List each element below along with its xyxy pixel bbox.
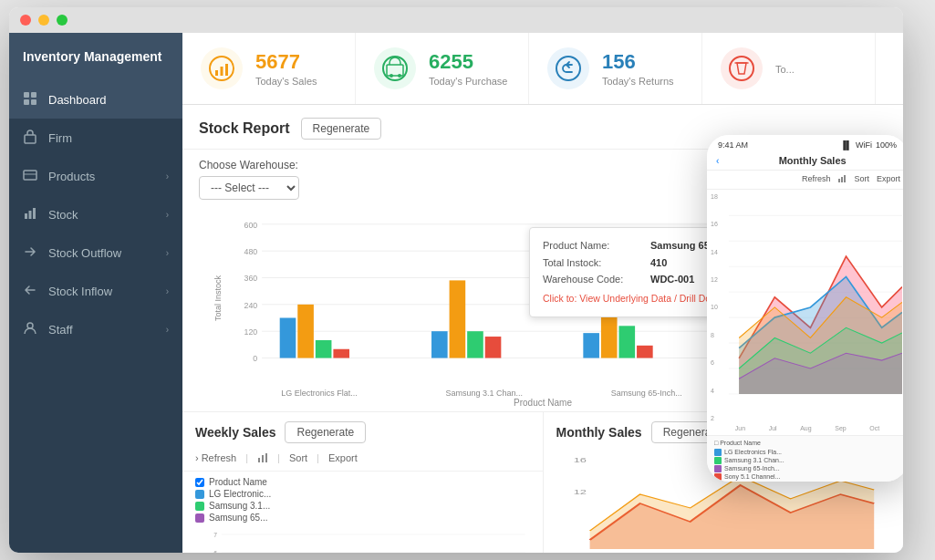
sidebar-header: Inventory Management bbox=[9, 33, 182, 80]
svg-rect-36 bbox=[333, 349, 349, 358]
mobile-chart-svg bbox=[729, 193, 902, 421]
legend-dot-2 bbox=[195, 502, 204, 511]
svg-text:480: 480 bbox=[244, 247, 258, 256]
minimize-button[interactable] bbox=[38, 15, 49, 26]
mobile-status-bar: 9:41 AM ▐▌ WiFi 100% bbox=[707, 135, 903, 151]
sidebar-item-stock[interactable]: Stock › bbox=[9, 195, 182, 233]
mobile-back-btn[interactable]: ‹ bbox=[716, 156, 719, 166]
svg-rect-13 bbox=[221, 67, 223, 76]
svg-rect-0 bbox=[24, 92, 29, 98]
mobile-chart-actions: Refresh Sort Export bbox=[707, 171, 903, 190]
mobile-legend-title: □ Product Name bbox=[714, 440, 900, 446]
weekly-legend: Product Name LG Electronic... Samsung 3.… bbox=[182, 472, 543, 530]
chevron-right-icon-4: › bbox=[166, 286, 169, 296]
svg-rect-44 bbox=[637, 346, 653, 358]
returns-value: 156 bbox=[602, 50, 674, 74]
mobile-refresh-btn[interactable]: Refresh bbox=[802, 174, 831, 185]
svg-point-20 bbox=[730, 57, 753, 80]
chevron-right-icon-5: › bbox=[166, 325, 169, 335]
svg-rect-2 bbox=[24, 99, 29, 105]
stat-card-purchase: 6255 Today's Purchase bbox=[356, 33, 529, 104]
svg-text:0: 0 bbox=[253, 354, 257, 363]
extra-icon bbox=[721, 47, 763, 89]
x-label-1: LG Electronics Flat... bbox=[281, 389, 358, 398]
legend-checkbox[interactable] bbox=[195, 478, 204, 487]
mobile-legend-dot-2 bbox=[714, 457, 722, 464]
legend-dot-1 bbox=[195, 490, 204, 499]
svg-rect-1 bbox=[31, 92, 36, 98]
svg-rect-5 bbox=[24, 171, 36, 180]
separator-1: | bbox=[245, 452, 248, 463]
mobile-legend-label-1: LG Electronics Fla... bbox=[724, 449, 782, 455]
purchase-value: 6255 bbox=[429, 50, 507, 74]
mobile-nav-bar: ‹ Monthly Sales bbox=[707, 151, 903, 171]
mobile-legend-item-3: Samsung 65-Inch... bbox=[714, 465, 900, 472]
mobile-chart-area: 2 4 6 8 10 12 14 16 18 bbox=[707, 190, 903, 425]
title-bar bbox=[9, 7, 903, 33]
mobile-sort-btn[interactable]: Sort bbox=[854, 174, 869, 185]
svg-rect-43 bbox=[618, 326, 635, 358]
svg-rect-38 bbox=[450, 280, 466, 358]
sidebar-item-stock-inflow[interactable]: Stock Inflow › bbox=[9, 272, 182, 310]
mobile-chart-title: Monthly Sales bbox=[726, 155, 899, 166]
mobile-x-axis: Jun Jul Aug Sep Oct bbox=[707, 425, 903, 435]
sales-info: 5677 Today's Sales bbox=[255, 50, 317, 87]
mobile-signal: ▐▌ bbox=[840, 140, 852, 150]
mobile-bar-icon[interactable] bbox=[837, 174, 847, 185]
stock-report-title: Stock Report bbox=[199, 120, 290, 137]
legend-item-2: Samsung 3.1... bbox=[195, 501, 530, 511]
stat-card-sales: 5677 Today's Sales bbox=[182, 33, 356, 104]
sort-btn[interactable]: Sort bbox=[289, 452, 307, 463]
refresh-btn[interactable]: › Refresh bbox=[195, 452, 236, 463]
sales-value: 5677 bbox=[255, 50, 317, 74]
svg-rect-9 bbox=[33, 208, 36, 219]
sidebar-item-label-staff: Staff bbox=[48, 323, 166, 337]
legend-product-name-label: Product Name bbox=[209, 477, 267, 487]
sidebar-item-staff[interactable]: Staff › bbox=[9, 310, 182, 348]
svg-rect-40 bbox=[485, 337, 502, 358]
purchase-info: 6255 Today's Purchase bbox=[429, 50, 507, 87]
sidebar: Inventory Management Dashboard bbox=[9, 33, 182, 553]
mobile-legend-item-4: Sony 5.1 Channel... bbox=[714, 473, 900, 481]
returns-icon bbox=[547, 47, 589, 89]
x-label-2: Samsung 3.1 Chan... bbox=[446, 389, 524, 398]
sidebar-item-dashboard[interactable]: Dashboard bbox=[9, 80, 182, 119]
mobile-legend-item-2: Samsung 3.1 Chan... bbox=[714, 457, 900, 464]
chart-icon-btn[interactable] bbox=[257, 452, 268, 463]
svg-text:600: 600 bbox=[244, 221, 258, 230]
close-button[interactable] bbox=[20, 15, 31, 26]
refresh-label: Refresh bbox=[202, 452, 237, 463]
svg-point-19 bbox=[556, 57, 580, 80]
svg-point-18 bbox=[398, 74, 401, 78]
mobile-export-btn[interactable]: Export bbox=[877, 174, 900, 185]
svg-text:120: 120 bbox=[244, 327, 258, 337]
mobile-legend-dot-3 bbox=[714, 465, 722, 472]
legend-label-2: Samsung 3.1... bbox=[209, 501, 270, 511]
sidebar-item-firm[interactable]: Firm bbox=[9, 119, 182, 157]
sidebar-item-stock-outflow[interactable]: Stock Outflow › bbox=[9, 233, 182, 272]
separator-2: | bbox=[277, 452, 280, 463]
purchase-label: Today's Purchase bbox=[429, 76, 507, 87]
stats-row: 5677 Today's Sales bbox=[182, 33, 903, 105]
svg-rect-68 bbox=[844, 175, 846, 182]
maximize-button[interactable] bbox=[57, 15, 68, 26]
firm-icon bbox=[23, 130, 39, 146]
mobile-wifi: WiFi bbox=[856, 140, 872, 150]
legend-label-3: Samsung 65... bbox=[209, 513, 267, 523]
svg-rect-41 bbox=[583, 333, 599, 358]
weekly-regenerate-btn[interactable]: Regenerate bbox=[285, 421, 366, 443]
sidebar-item-products[interactable]: Products › bbox=[9, 157, 182, 195]
legend-label-1: LG Electronic... bbox=[209, 489, 271, 499]
stock-report-regenerate-btn[interactable]: Regenerate bbox=[301, 118, 382, 140]
svg-rect-49 bbox=[258, 458, 260, 462]
svg-rect-4 bbox=[25, 135, 36, 143]
svg-text:12: 12 bbox=[573, 489, 587, 495]
legend-dot-3 bbox=[195, 513, 204, 523]
app-window: Inventory Management Dashboard bbox=[9, 7, 903, 553]
returns-info: 156 Today's Returns bbox=[602, 50, 674, 87]
warehouse-select[interactable]: --- Select --- bbox=[199, 176, 299, 200]
export-btn[interactable]: Export bbox=[328, 452, 358, 463]
svg-text:16: 16 bbox=[573, 457, 587, 463]
sales-label: Today's Sales bbox=[255, 76, 317, 87]
svg-marker-65 bbox=[589, 476, 874, 549]
